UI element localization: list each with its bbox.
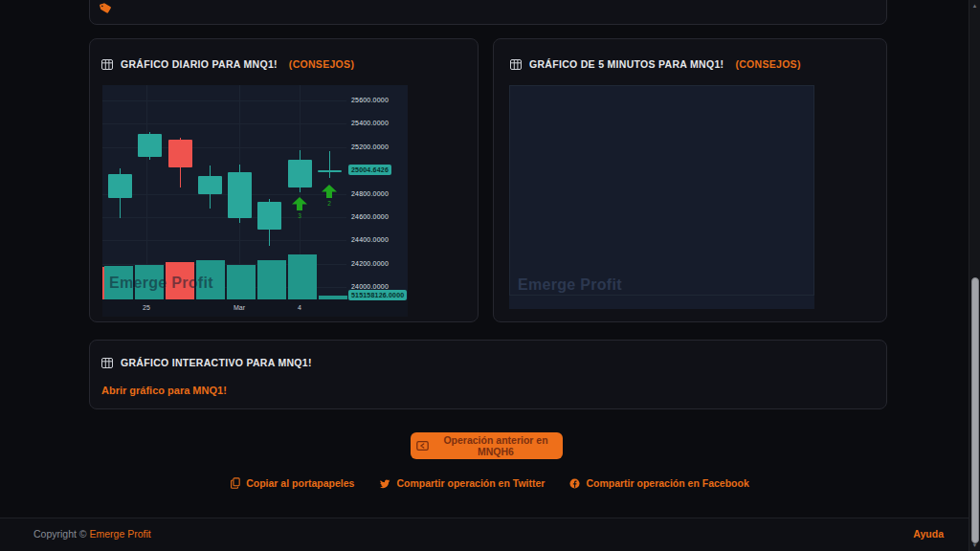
- candle-body: [257, 202, 281, 230]
- five-min-chart-title: GRÁFICO DE 5 MINUTOS PARA MNQ1!: [529, 58, 724, 70]
- price-tick-label: 24600.0000: [351, 213, 389, 220]
- h-gridline: [102, 240, 346, 241]
- interactive-chart-title: GRÁFICO INTERACTIVO PARA MNQ1!: [121, 357, 312, 368]
- price-tick-label: 25400.0000: [351, 120, 389, 126]
- volume-bar: [319, 296, 347, 299]
- top-panel-cutoff: [89, 0, 887, 25]
- candle-body: [318, 170, 342, 172]
- scrollbar-thumb[interactable]: [971, 277, 979, 543]
- share-twitter-label: Compartir operación en Twitter: [396, 477, 545, 489]
- price-tick-label: 24400.0000: [351, 236, 389, 243]
- table-icon: [101, 59, 113, 70]
- volume-bar: [257, 260, 286, 299]
- candle-wick: [329, 151, 330, 178]
- chart-watermark: Emerge Profit: [109, 275, 213, 292]
- h-gridline: [102, 123, 346, 124]
- h-gridline: [102, 217, 346, 218]
- candle-body: [168, 140, 192, 167]
- five-min-consejos-link[interactable]: (CONSEJOS): [735, 58, 800, 70]
- previous-operation-button[interactable]: Operación anterior en MNQH6: [411, 432, 563, 459]
- daily-chart-panel: GRÁFICO DIARIO PARA MNQ1! (CONSEJOS) Eme…: [89, 38, 479, 322]
- share-facebook-label: Compartir operación en Facebook: [586, 477, 748, 489]
- candle-body: [288, 160, 312, 187]
- share-twitter-link[interactable]: Compartir operación en Twitter: [379, 477, 545, 489]
- scrollbar-down-arrow[interactable]: ▼: [969, 540, 980, 551]
- copy-clipboard-link[interactable]: Copiar al portapapeles: [231, 477, 354, 489]
- scrollbar-up-arrow[interactable]: ▲: [969, 0, 980, 11]
- copy-clipboard-label: Copiar al portapapeles: [246, 477, 354, 489]
- footer: Copyright © Emerge Profit Ayuda: [0, 518, 980, 551]
- buy-marker-number: 3: [298, 212, 301, 219]
- open-chart-link[interactable]: Abrir gráfico para MNQ1!: [101, 385, 227, 396]
- interactive-chart-panel: GRÁFICO INTERACTIVO PARA MNQ1! Abrir grá…: [89, 340, 887, 409]
- clipboard-icon: [231, 477, 240, 489]
- brand-link[interactable]: Emerge Profit: [90, 528, 151, 540]
- table-icon: [510, 59, 522, 70]
- copyright-text: Copyright © Emerge Profit: [33, 528, 151, 540]
- candle-body: [108, 174, 132, 198]
- time-tick-label: 4: [298, 304, 301, 311]
- candle-body: [228, 172, 252, 218]
- daily-chart: Emerge Profit 25Mar4 3225600.000025400.0…: [102, 85, 408, 317]
- buy-arrow-icon: [322, 185, 337, 198]
- candle-body: [198, 176, 222, 194]
- buy-arrow-icon: [292, 197, 307, 210]
- previous-operation-icon: [416, 440, 429, 452]
- help-link[interactable]: Ayuda: [913, 528, 944, 540]
- current-price-label: 25004.6426: [348, 165, 391, 175]
- previous-operation-label: Operación anterior en MNQH6: [434, 434, 557, 457]
- volume-bar: [288, 254, 317, 299]
- candle-body: [138, 134, 162, 157]
- five-min-chart-panel: GRÁFICO DE 5 MINUTOS PARA MNQ1! (CONSEJO…: [493, 38, 887, 322]
- chart-watermark: Emerge Profit: [518, 276, 622, 294]
- price-tick-label: 25200.0000: [351, 143, 389, 150]
- copyright-label: Copyright ©: [33, 528, 87, 540]
- volume-bar: [227, 265, 256, 299]
- empty-plot-area: [509, 85, 814, 296]
- time-axis-strip: 25Mar4: [102, 299, 408, 317]
- price-tick-label: 24200.0000: [351, 260, 389, 267]
- share-row: Copiar al portapapeles Compartir operaci…: [0, 474, 980, 492]
- tag-icon: [100, 2, 112, 14]
- h-gridline: [102, 194, 346, 195]
- volume-value-label: 515158126.0000: [348, 290, 407, 300]
- twitter-icon: [379, 478, 390, 489]
- scrollbar[interactable]: ▲ ▼: [969, 0, 980, 551]
- share-facebook-link[interactable]: Compartir operación en Facebook: [569, 477, 748, 489]
- time-tick-label: Mar: [234, 304, 245, 311]
- price-tick-label: 24800.0000: [351, 190, 389, 197]
- price-tick-label: 24000.0000: [351, 283, 389, 290]
- price-tick-label: 25600.0000: [351, 97, 389, 103]
- table-icon: [101, 358, 113, 368]
- time-tick-label: 25: [143, 304, 150, 311]
- five-min-chart: Emerge Profit: [509, 85, 814, 309]
- buy-marker-number: 2: [327, 200, 331, 207]
- h-gridline: [102, 100, 346, 101]
- daily-consejos-link[interactable]: (CONSEJOS): [289, 58, 354, 70]
- facebook-icon: [569, 478, 580, 489]
- daily-chart-title: GRÁFICO DIARIO PARA MNQ1!: [121, 58, 278, 70]
